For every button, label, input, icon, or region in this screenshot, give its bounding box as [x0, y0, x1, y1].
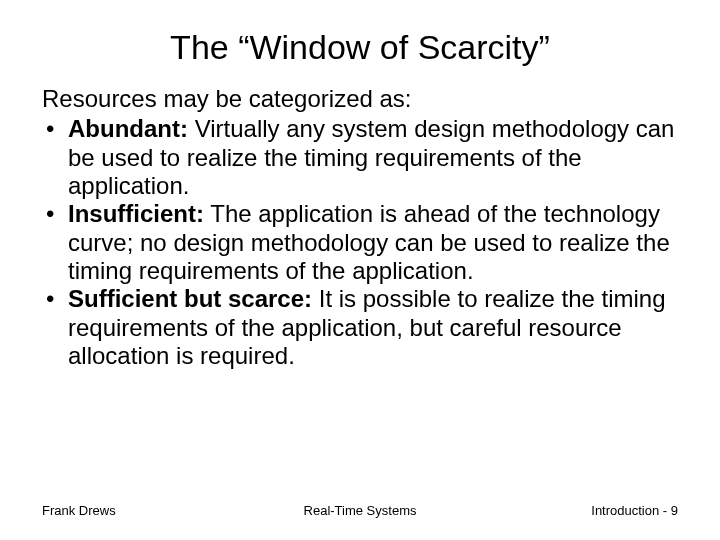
intro-text: Resources may be categorized as: [42, 85, 678, 113]
slide-body: Resources may be categorized as: Abundan… [0, 85, 720, 370]
bullet-item: Sufficient but scarce: It is possible to… [42, 285, 678, 370]
slide-footer: Real-Time Systems Frank Drews Introducti… [0, 503, 720, 518]
footer-left: Frank Drews [42, 503, 116, 518]
bullet-item: Insufficient: The application is ahead o… [42, 200, 678, 285]
bullet-term: Abundant: [68, 115, 188, 142]
bullet-list: Abundant: Virtually any system design me… [42, 115, 678, 370]
bullet-term: Insufficient: [68, 200, 204, 227]
bullet-item: Abundant: Virtually any system design me… [42, 115, 678, 200]
bullet-term: Sufficient but scarce: [68, 285, 312, 312]
slide: The “Window of Scarcity” Resources may b… [0, 0, 720, 540]
slide-title: The “Window of Scarcity” [0, 0, 720, 85]
footer-right: Introduction - 9 [591, 503, 678, 518]
